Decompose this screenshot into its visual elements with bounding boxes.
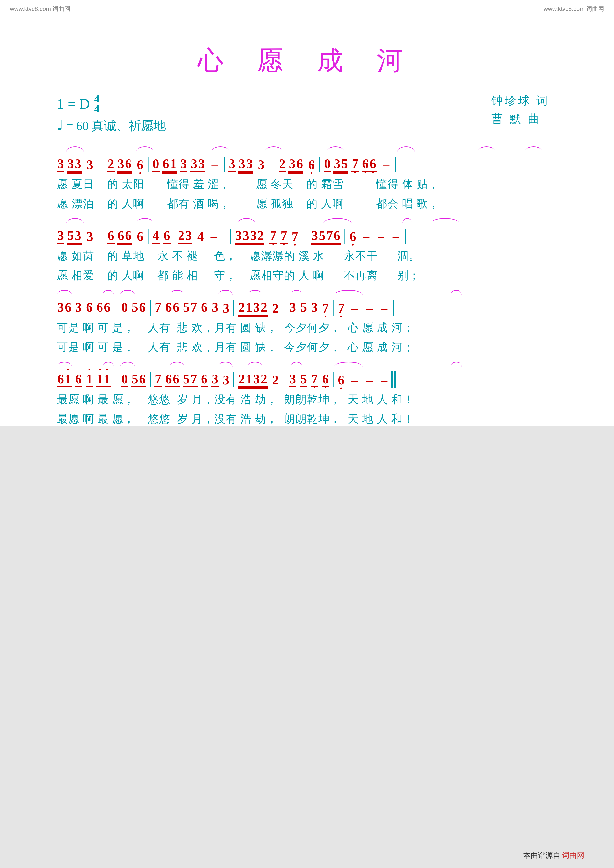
lyrics-row-1: 愿 如茵 的 草地 永 不 褪 色， 愿潺潺的 溪 水 永不干 涸。 (57, 249, 555, 263)
lyrics-row-2: 最愿 啊 最 愿， 悠悠 岁 月，没有 浩 劫， 朗朗乾坤， 天 地 人 和！ (57, 412, 555, 426)
notation-row: 363 6 66 0 56 | 7 66 576 33 | 21322 353 … (57, 292, 555, 315)
time-bot: 4 (94, 104, 99, 114)
lyrics-row-2: 愿 相爱 的 人啊 都 能 相 守， 愿相守的 人 啊 不再离 别； (57, 268, 555, 283)
empty-area (0, 426, 614, 868)
footer-label: 本曲谱源自 (523, 851, 560, 859)
song-title: 心 愿 成 河 (0, 43, 614, 78)
note-icon: ♩ (57, 118, 63, 133)
notation-row: 3333 2366 | 0613 33– | 3333 2366 | 0 357… (57, 149, 555, 172)
lyricist-credit: 钟珍球 词 (491, 91, 550, 110)
time-top: 4 (94, 94, 99, 104)
music-line-3: 363 6 66 0 56 | 7 66 576 33 | 21322 353 … (57, 292, 555, 355)
lyrics-row-1: 愿 夏日 的 太阳 懂得 羞 涩， 愿 冬天 的 霜雪 懂得 体 贴， (57, 177, 555, 192)
lyrics-row-2: 可是 啊 可 是， 人有 悲 欢，月有 圆 缺， 今夕何夕， 心 愿 成 河； (57, 340, 555, 355)
key-text: 1 = D (57, 96, 90, 112)
footer-site: 词曲网 (562, 851, 584, 859)
credits-block: 钟珍球 词 曹 默 曲 (491, 91, 550, 128)
lyrics-row-1: 最愿 啊 最 愿， 悠悠 岁 月，没有 浩 劫， 朗朗乾坤， 天 地 人 和！ (57, 392, 555, 407)
watermark-left: www.ktvc8.com 词曲网 (10, 5, 70, 13)
lyrics-row-2: 愿 漂泊 的 人啊 都有 酒 喝， 愿 孤独 的 人啊 都会 唱 歌， (57, 197, 555, 211)
music-line-2: 3533 6666 | 46 234– | 3332 77 7 3576 | 6… (57, 220, 555, 283)
footer-credit: 本曲谱源自 词曲网 (523, 851, 584, 860)
notation-row: 616 1 11 0 56 | 7 66 576 33 | 21322 357 … (57, 364, 555, 387)
time-signature: 4 4 (94, 94, 99, 114)
music-line-1: 3333 2366 | 0613 33– | 3333 2366 | 0 357… (57, 149, 555, 211)
key-signature: 1 = D 4 4 (57, 94, 99, 114)
lyrics-row-1: 可是 啊 可 是， 人有 悲 欢，月有 圆 缺， 今夕何夕， 心 愿 成 河； (57, 321, 555, 335)
notation-row: 3533 6666 | 46 234– | 3332 77 7 3576 | 6… (57, 220, 555, 244)
tempo-mark: ♩ = 60 真诚、祈愿地 (57, 118, 166, 134)
tempo-text: = 60 真诚、祈愿地 (66, 118, 166, 134)
composer-credit: 曹 默 曲 (491, 110, 550, 128)
watermark-right: www.ktvc8.com 词曲网 (544, 5, 604, 13)
music-line-4: 616 1 11 0 56 | 7 66 576 33 | 21322 357 … (57, 364, 555, 426)
sheet-music-page: www.ktvc8.com 词曲网 www.ktvc8.com 词曲网 心 愿 … (0, 0, 614, 868)
